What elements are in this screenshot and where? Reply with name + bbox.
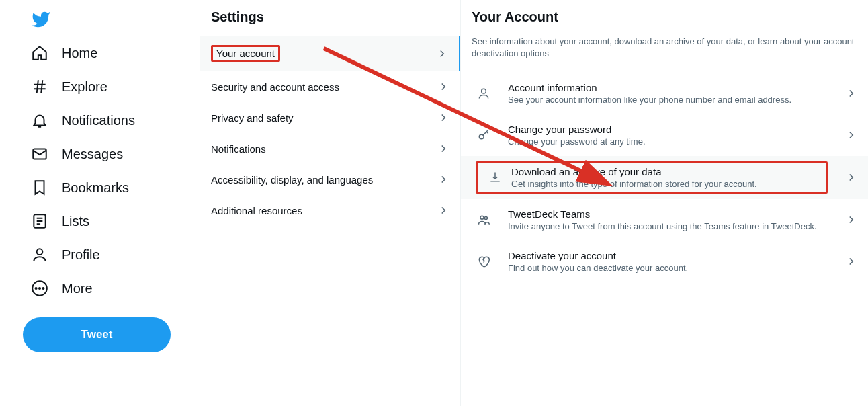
nav-lists[interactable]: Lists bbox=[23, 204, 97, 238]
nav-label: Bookmarks bbox=[62, 180, 129, 196]
nav-label: Lists bbox=[62, 214, 89, 229]
detail-account-info[interactable]: Account information See your account inf… bbox=[461, 73, 868, 114]
bell-icon bbox=[31, 112, 48, 129]
envelope-icon bbox=[31, 145, 48, 163]
detail-subtitle: See your account information like your p… bbox=[508, 95, 833, 105]
settings-title: Settings bbox=[200, 0, 460, 36]
nav-label: Messages bbox=[62, 147, 123, 162]
settings-column: Settings Your account Security and accou… bbox=[200, 0, 461, 406]
svg-point-5 bbox=[39, 288, 40, 289]
more-icon bbox=[31, 280, 48, 297]
detail-tweetdeck-teams[interactable]: TweetDeck Teams Invite anyone to Tweet f… bbox=[461, 199, 868, 241]
chevron-right-icon bbox=[845, 171, 857, 184]
settings-label: Privacy and safety bbox=[211, 112, 294, 124]
chevron-right-icon bbox=[437, 173, 449, 186]
key-icon bbox=[477, 128, 490, 142]
detail-change-password[interactable]: Change your password Change your passwor… bbox=[461, 114, 868, 156]
settings-item-accessibility[interactable]: Accessibility, display, and languages bbox=[200, 164, 460, 195]
svg-point-7 bbox=[482, 89, 486, 93]
download-icon bbox=[488, 171, 502, 184]
heartbreak-icon bbox=[477, 255, 490, 268]
detail-title: Change your password bbox=[508, 124, 833, 135]
svg-point-8 bbox=[479, 134, 484, 139]
chevron-right-icon bbox=[437, 143, 449, 155]
home-icon bbox=[31, 44, 48, 62]
detail-title: Download an archive of your data bbox=[511, 166, 824, 177]
detail-deactivate[interactable]: Deactivate your account Find out how you… bbox=[461, 241, 868, 282]
nav-profile[interactable]: Profile bbox=[23, 238, 108, 272]
detail-subtitle: Change your password at any time. bbox=[508, 136, 833, 147]
svg-point-10 bbox=[484, 217, 487, 220]
left-sidebar: Home Explore Notifications Messages Book… bbox=[0, 0, 200, 406]
chevron-right-icon bbox=[845, 255, 857, 268]
detail-subtitle: Get insights into the type of informatio… bbox=[511, 179, 824, 189]
person-icon bbox=[477, 87, 490, 100]
nav-more[interactable]: More bbox=[23, 272, 101, 305]
nav-explore[interactable]: Explore bbox=[23, 70, 116, 104]
person-icon bbox=[31, 246, 48, 263]
settings-item-additional[interactable]: Additional resources bbox=[200, 195, 460, 226]
account-title: Your Account bbox=[461, 0, 868, 36]
settings-label: Your account bbox=[211, 45, 280, 62]
chevron-right-icon bbox=[845, 129, 857, 141]
nav-label: Explore bbox=[62, 79, 107, 95]
account-description: See information about your account, down… bbox=[461, 36, 868, 73]
twitter-logo-icon[interactable] bbox=[31, 9, 51, 30]
nav-label: More bbox=[62, 281, 93, 296]
hashtag-icon bbox=[31, 78, 48, 95]
chevron-right-icon bbox=[845, 87, 857, 99]
settings-item-notifications[interactable]: Notifications bbox=[200, 133, 460, 164]
settings-label: Security and account access bbox=[211, 81, 339, 93]
svg-point-2 bbox=[37, 249, 43, 255]
chevron-right-icon bbox=[436, 48, 448, 60]
nav-label: Home bbox=[62, 46, 97, 61]
nav-label: Profile bbox=[62, 247, 100, 263]
chevron-right-icon bbox=[437, 112, 449, 124]
people-icon bbox=[477, 213, 490, 227]
settings-label: Additional resources bbox=[211, 205, 302, 216]
settings-label: Accessibility, display, and languages bbox=[211, 174, 373, 186]
tweet-button[interactable]: Tweet bbox=[23, 317, 171, 352]
detail-download-archive[interactable]: Download an archive of your data Get ins… bbox=[461, 156, 868, 199]
account-column: Your Account See information about your … bbox=[461, 0, 868, 406]
list-icon bbox=[31, 212, 48, 230]
settings-item-your-account[interactable]: Your account bbox=[200, 36, 460, 71]
nav-home[interactable]: Home bbox=[23, 36, 105, 70]
bookmark-icon bbox=[31, 179, 48, 196]
detail-title: Account information bbox=[508, 82, 833, 93]
nav-bookmarks[interactable]: Bookmarks bbox=[23, 171, 137, 204]
settings-item-security[interactable]: Security and account access bbox=[200, 71, 460, 102]
settings-label: Notifications bbox=[211, 143, 266, 155]
chevron-right-icon bbox=[437, 81, 449, 93]
svg-point-4 bbox=[36, 288, 37, 289]
chevron-right-icon bbox=[437, 204, 449, 216]
detail-subtitle: Find out how you can deactivate your acc… bbox=[508, 263, 833, 273]
svg-point-9 bbox=[480, 216, 484, 219]
settings-item-privacy[interactable]: Privacy and safety bbox=[200, 102, 460, 133]
chevron-right-icon bbox=[845, 214, 857, 226]
detail-title: TweetDeck Teams bbox=[508, 208, 833, 220]
nav-messages[interactable]: Messages bbox=[23, 137, 131, 171]
detail-subtitle: Invite anyone to Tweet from this account… bbox=[508, 221, 833, 231]
nav-notifications[interactable]: Notifications bbox=[23, 104, 143, 137]
detail-title: Deactivate your account bbox=[508, 250, 833, 261]
svg-point-6 bbox=[42, 288, 44, 289]
nav-label: Notifications bbox=[62, 113, 135, 128]
